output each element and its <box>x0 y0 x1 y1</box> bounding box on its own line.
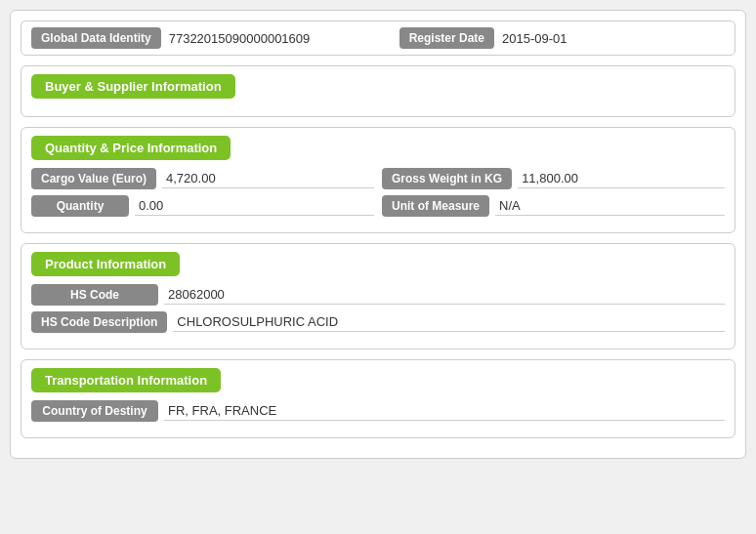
cargo-label: Cargo Value (Euro) <box>31 168 156 189</box>
product-header: Product Information <box>31 252 180 276</box>
hs-code-label: HS Code <box>31 284 158 306</box>
cargo-group: Cargo Value (Euro) 4,720.00 <box>31 168 374 189</box>
cargo-value: 4,720.00 <box>162 169 374 188</box>
hs-desc-row: HS Code Description CHLOROSULPHURIC ACID <box>31 311 725 333</box>
country-row: Country of Destiny FR, FRA, FRANCE <box>31 400 725 422</box>
gross-label: Gross Weight in KG <box>382 168 512 189</box>
quantity-price-section: Quantity & Price Information Cargo Value… <box>21 127 735 233</box>
main-container: Global Data Identity 7732201509000000160… <box>10 10 746 459</box>
uom-value: N/A <box>495 196 725 216</box>
country-label: Country of Destiny <box>31 400 158 422</box>
identity-row: Global Data Identity 7732201509000000160… <box>21 21 735 56</box>
country-value: FR, FRA, FRANCE <box>164 401 725 421</box>
quantity-price-header: Quantity & Price Information <box>31 136 231 160</box>
product-section: Product Information HS Code 28062000 HS … <box>21 243 735 349</box>
hs-code-value: 28062000 <box>164 285 725 305</box>
uom-label: Unit of Measure <box>382 195 489 217</box>
gross-value: 11,800.00 <box>518 169 725 188</box>
gross-group: Gross Weight in KG 11,800.00 <box>382 168 725 189</box>
hs-code-row: HS Code 28062000 <box>31 284 725 306</box>
buyer-supplier-section: Buyer & Supplier Information <box>21 65 735 117</box>
quantity-value: 0.00 <box>135 196 374 216</box>
register-date-label: Register Date <box>399 27 494 49</box>
hs-desc-label: HS Code Description <box>31 311 167 333</box>
uom-group: Unit of Measure N/A <box>382 195 725 217</box>
quantity-group: Quantity 0.00 <box>31 195 374 217</box>
quantity-uom-row: Quantity 0.00 Unit of Measure N/A <box>31 195 725 217</box>
register-date-value: 2015-09-01 <box>502 31 725 46</box>
global-data-identity-label: Global Data Identity <box>31 27 161 49</box>
quantity-label: Quantity <box>31 195 129 217</box>
global-data-identity-value: 77322015090000001609 <box>169 31 392 46</box>
buyer-supplier-header: Buyer & Supplier Information <box>31 74 235 99</box>
hs-desc-value: CHLOROSULPHURIC ACID <box>173 312 725 332</box>
transportation-header: Transportation Information <box>31 368 221 392</box>
cargo-gross-row: Cargo Value (Euro) 4,720.00 Gross Weight… <box>31 168 725 189</box>
transportation-section: Transportation Information Country of De… <box>21 359 735 438</box>
